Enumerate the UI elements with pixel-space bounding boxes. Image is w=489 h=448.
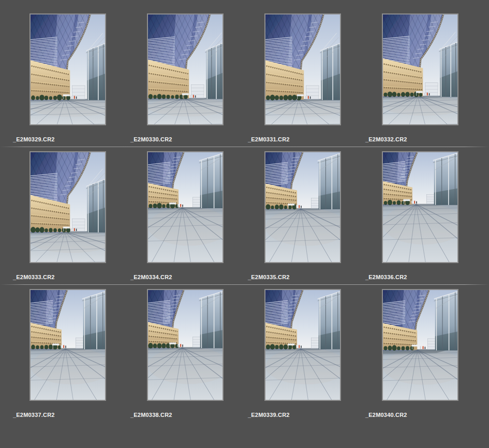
photo-cell[interactable]: _E2M0330.CR2 <box>117 13 235 143</box>
thumbnail-grid: _E2M0329.CR2 _E2M0330.CR2 _E2M0331.CR2 _… <box>0 0 489 418</box>
photo-image <box>148 290 223 400</box>
filename-label[interactable]: _E2M0333.CR2 <box>13 274 117 281</box>
photo-thumbnail[interactable] <box>382 289 458 401</box>
filename-label[interactable]: _E2M0331.CR2 <box>248 136 352 143</box>
photo-cell[interactable]: _E2M0334.CR2 <box>117 151 235 281</box>
photo-thumbnail[interactable] <box>29 289 106 401</box>
photo-cell[interactable]: _E2M0335.CR2 <box>235 151 352 281</box>
photo-thumbnail[interactable] <box>264 151 341 263</box>
photo-image <box>265 152 340 262</box>
filename-label[interactable]: _E2M0338.CR2 <box>130 412 235 418</box>
photo-thumbnail[interactable] <box>147 151 224 263</box>
photo-image <box>383 15 457 124</box>
filename-label[interactable]: _E2M0335.CR2 <box>248 274 352 281</box>
photo-cell[interactable]: _E2M0329.CR2 <box>0 13 117 143</box>
photo-image <box>31 152 105 262</box>
photo-image <box>383 290 457 400</box>
filename-label[interactable]: _E2M0339.CR2 <box>248 412 352 418</box>
filename-label[interactable]: _E2M0332.CR2 <box>365 136 470 143</box>
photo-cell[interactable]: _E2M0331.CR2 <box>235 13 352 143</box>
photo-cell[interactable]: _E2M0332.CR2 <box>352 13 470 143</box>
photo-cell[interactable]: _E2M0336.CR2 <box>352 151 470 281</box>
filename-label[interactable]: _E2M0330.CR2 <box>130 136 235 143</box>
photo-cell[interactable]: _E2M0333.CR2 <box>0 151 117 281</box>
photo-image <box>31 15 105 124</box>
filename-label[interactable]: _E2M0329.CR2 <box>13 136 117 143</box>
photo-image <box>31 290 105 400</box>
photo-thumbnail[interactable] <box>147 13 224 125</box>
photo-thumbnail[interactable] <box>382 151 458 263</box>
filename-label[interactable]: _E2M0340.CR2 <box>365 412 470 418</box>
photo-cell[interactable]: _E2M0339.CR2 <box>235 289 352 418</box>
grid-row: _E2M0329.CR2 _E2M0330.CR2 _E2M0331.CR2 _… <box>0 13 489 143</box>
photo-thumbnail[interactable] <box>29 151 106 263</box>
grid-row: _E2M0337.CR2 _E2M0338.CR2 _E2M0339.CR2 _… <box>0 285 489 418</box>
photo-image <box>383 152 457 262</box>
photo-image <box>148 15 223 124</box>
photo-thumbnail[interactable] <box>147 289 224 401</box>
photo-thumbnail[interactable] <box>382 13 458 125</box>
photo-cell[interactable]: _E2M0340.CR2 <box>352 289 470 418</box>
photo-cell[interactable]: _E2M0337.CR2 <box>0 289 117 418</box>
grid-row: _E2M0333.CR2 _E2M0334.CR2 _E2M0335.CR2 _… <box>0 147 489 281</box>
photo-image <box>265 15 340 124</box>
photo-thumbnail[interactable] <box>264 289 341 401</box>
photo-thumbnail[interactable] <box>29 13 106 125</box>
photo-image <box>265 290 340 400</box>
photo-image <box>148 152 223 262</box>
photo-thumbnail[interactable] <box>264 13 341 125</box>
filename-label[interactable]: _E2M0336.CR2 <box>365 274 470 281</box>
filename-label[interactable]: _E2M0334.CR2 <box>130 274 235 281</box>
filename-label[interactable]: _E2M0337.CR2 <box>13 412 117 418</box>
photo-cell[interactable]: _E2M0338.CR2 <box>117 289 235 418</box>
